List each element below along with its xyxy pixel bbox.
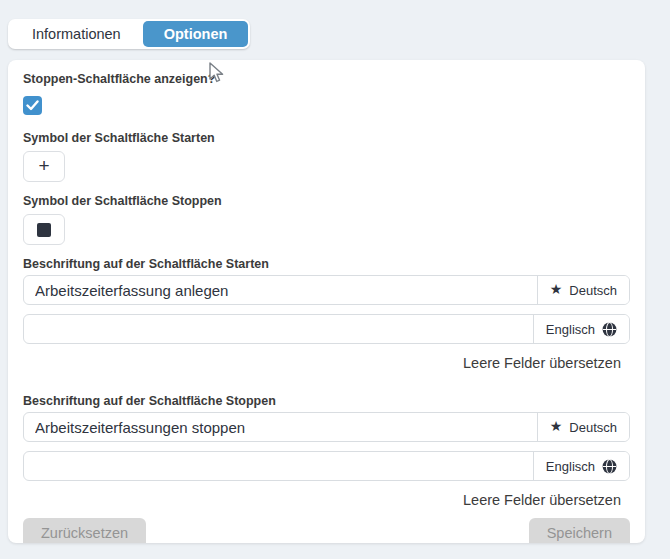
- stop-square-icon: [37, 223, 51, 237]
- stop-caption-english-input[interactable]: [24, 452, 533, 480]
- show-stop-button-label: Stoppen-Schaltfläche anzeigen?: [23, 72, 630, 87]
- star-icon: ★: [550, 419, 563, 433]
- stop-caption-english-group: Englisch: [23, 451, 630, 481]
- footer-actions: Zurücksetzen Speichern: [23, 518, 630, 543]
- translate-empty-fields-link-start[interactable]: Leere Felder übersetzen: [463, 355, 621, 372]
- start-caption-german-input[interactable]: [24, 276, 537, 304]
- checkmark-icon: [26, 100, 39, 111]
- start-translate-row: Leere Felder übersetzen: [23, 354, 630, 372]
- start-caption-english-group: Englisch: [23, 314, 630, 344]
- german-language-addon: ★ Deutsch: [537, 413, 629, 441]
- start-icon-button[interactable]: +: [23, 151, 65, 182]
- start-caption-english-input[interactable]: [24, 315, 533, 343]
- reset-button[interactable]: Zurücksetzen: [23, 518, 146, 543]
- translate-empty-fields-link-stop[interactable]: Leere Felder übersetzen: [463, 492, 621, 509]
- english-language-addon: Englisch: [533, 315, 629, 343]
- german-language-addon: ★ Deutsch: [537, 276, 629, 304]
- language-label: Englisch: [546, 459, 595, 474]
- language-label: Deutsch: [569, 283, 617, 298]
- show-stop-button-checkbox[interactable]: [23, 96, 42, 115]
- stop-translate-row: Leere Felder übersetzen: [23, 491, 630, 509]
- stop-icon-button[interactable]: [23, 214, 65, 245]
- tab-bar: Informationen Optionen: [8, 19, 250, 49]
- language-label: Deutsch: [569, 420, 617, 435]
- start-icon-label: Symbol der Schaltfläche Starten: [23, 131, 630, 146]
- globe-icon: [602, 459, 617, 474]
- options-panel: Stoppen-Schaltfläche anzeigen? Symbol de…: [8, 60, 645, 543]
- globe-icon: [602, 322, 617, 337]
- start-caption-german-group: ★ Deutsch: [23, 275, 630, 305]
- start-caption-label: Beschriftung auf der Schaltfläche Starte…: [23, 257, 630, 272]
- stop-caption-label: Beschriftung auf der Schaltfläche Stoppe…: [23, 394, 630, 409]
- tab-optionen[interactable]: Optionen: [143, 21, 249, 47]
- stop-caption-german-group: ★ Deutsch: [23, 412, 630, 442]
- language-label: Englisch: [546, 322, 595, 337]
- english-language-addon: Englisch: [533, 452, 629, 480]
- star-icon: ★: [550, 282, 563, 296]
- stop-caption-german-input[interactable]: [24, 413, 537, 441]
- plus-icon: +: [38, 156, 49, 175]
- save-button[interactable]: Speichern: [529, 518, 630, 543]
- tab-informationen[interactable]: Informationen: [10, 21, 143, 47]
- stop-icon-label: Symbol der Schaltfläche Stoppen: [23, 194, 630, 209]
